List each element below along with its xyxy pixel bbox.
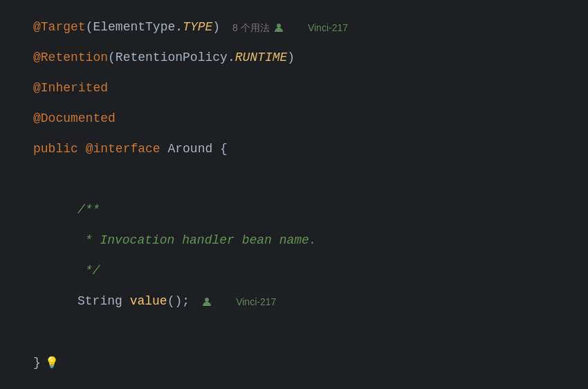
code-line-comment-start: /** bbox=[33, 195, 588, 226]
code-line-1: @Target(ElementType.TYPE) 8 个用法 Vinci-21… bbox=[33, 12, 588, 43]
annotation-retention: @Retention bbox=[33, 47, 108, 69]
annotation-documented: @Documented bbox=[33, 108, 116, 130]
bulb-icon[interactable]: 💡 bbox=[45, 356, 59, 370]
person-icon-2 bbox=[202, 297, 212, 307]
method-value: value bbox=[130, 291, 167, 313]
code-line-method: String value(); Vinci-217 bbox=[33, 287, 588, 317]
code-line-empty-2 bbox=[33, 317, 588, 347]
annotation-target: @Target bbox=[33, 17, 86, 39]
comment-text: * Invocation handler bean name. bbox=[77, 230, 317, 252]
svg-point-1 bbox=[205, 298, 209, 302]
code-editor: @Target(ElementType.TYPE) 8 个用法 Vinci-21… bbox=[0, 0, 588, 389]
class-name-around: Around bbox=[160, 138, 220, 161]
code-line-4: @Documented bbox=[33, 104, 588, 134]
annotation-inherited: @Inherited bbox=[33, 78, 108, 100]
code-line-close: } 💡 bbox=[33, 347, 588, 378]
comment-close: */ bbox=[77, 260, 100, 282]
comment-open: /** bbox=[77, 199, 100, 221]
code-line-3: @Inherited bbox=[33, 73, 588, 104]
svg-point-0 bbox=[277, 24, 281, 28]
keyword-at-interface: @interface bbox=[86, 138, 160, 161]
keyword-public: public bbox=[33, 138, 78, 161]
code-line-comment-end: */ bbox=[33, 256, 588, 287]
code-line-2: @Retention(RetentionPolicy.RUNTIME) bbox=[33, 43, 588, 73]
code-line-5: public @interface Around { bbox=[33, 134, 588, 165]
type-string: String bbox=[77, 291, 122, 313]
code-line-empty-1 bbox=[33, 165, 588, 195]
code-line-comment-body: * Invocation handler bean name. bbox=[33, 226, 588, 256]
person-icon-1 bbox=[274, 23, 284, 33]
closing-brace: } bbox=[33, 356, 41, 370]
usage-count: 8 个用法 bbox=[232, 19, 270, 37]
